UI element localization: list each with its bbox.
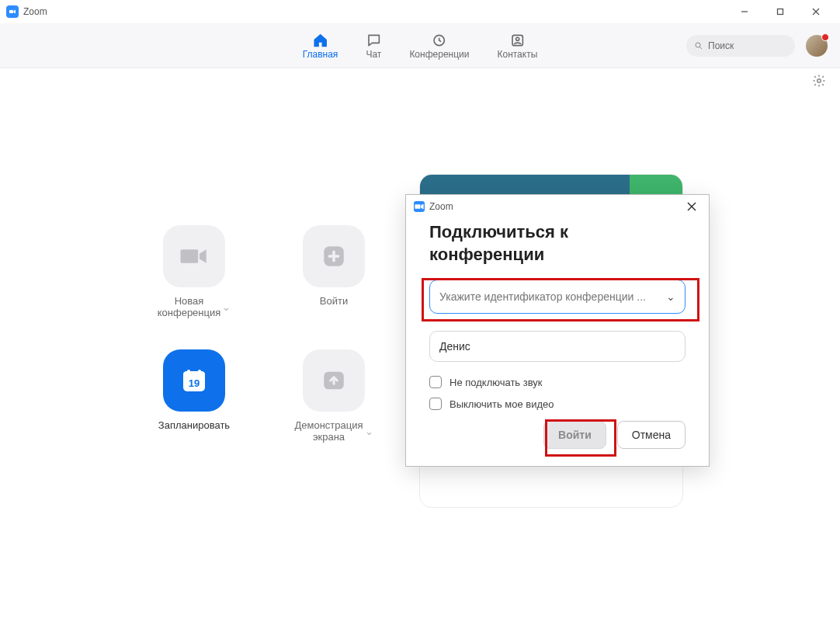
search-input[interactable]: Поиск — [686, 35, 795, 57]
tile-schedule[interactable]: 19 Запланировать — [148, 349, 241, 443]
avatar[interactable] — [806, 35, 828, 57]
dialog-heading: Подключиться к конференции — [429, 221, 686, 266]
dialog-close-button[interactable] — [682, 197, 701, 216]
tile-new-meeting[interactable]: Новая конференция ⌄ — [148, 225, 241, 318]
nav-label: Главная — [303, 49, 338, 60]
app-titlebar: Zoom — [0, 0, 840, 23]
chevron-down-icon[interactable]: ⌄ — [222, 301, 231, 313]
svg-rect-12 — [183, 371, 205, 377]
toolbar — [0, 68, 840, 96]
join-button[interactable]: Войти — [543, 421, 606, 449]
share-screen-icon — [303, 349, 365, 412]
nav-tab-contacts[interactable]: Контакты — [497, 32, 537, 60]
window-close-button[interactable] — [798, 0, 834, 23]
chevron-down-icon[interactable]: ⌄ — [365, 426, 373, 437]
svg-point-9 — [817, 79, 821, 83]
tile-label-line1: Новая — [158, 295, 221, 307]
search-icon — [694, 41, 703, 50]
cancel-button-label: Отмена — [632, 429, 671, 441]
mute-audio-label: Не подключать звук — [450, 377, 543, 388]
home-icon — [312, 32, 329, 49]
svg-line-8 — [700, 47, 703, 49]
join-button-label: Войти — [558, 429, 592, 441]
nav-tab-home[interactable]: Главная — [303, 32, 338, 60]
tile-label-line2: экрана — [294, 431, 363, 443]
window-minimize-button[interactable] — [727, 0, 762, 23]
chevron-down-icon[interactable]: ⌄ — [666, 290, 675, 303]
disable-video-label: Выключить мое видео — [450, 398, 554, 410]
window-title: Zoom — [23, 6, 47, 17]
svg-rect-1 — [778, 9, 783, 15]
tile-label: Запланировать — [158, 419, 230, 431]
video-camera-icon — [163, 225, 225, 287]
disable-video-checkbox[interactable] — [429, 398, 442, 410]
contacts-icon — [509, 32, 525, 49]
dialog-title: Zoom — [429, 201, 453, 212]
calendar-icon: 19 — [163, 349, 225, 412]
meeting-id-placeholder: Укажите идентификатор конференции ... — [439, 290, 646, 303]
display-name-input[interactable]: Денис — [429, 331, 686, 362]
tile-label-line1: Демонстрация — [294, 419, 363, 431]
svg-rect-16 — [198, 370, 201, 374]
tile-join[interactable]: Войти — [287, 225, 380, 318]
join-meeting-dialog: Zoom Подключиться к конференции Укажите … — [405, 194, 710, 467]
close-icon — [687, 202, 696, 211]
tile-label-line2: конференция — [158, 307, 221, 318]
nav-tab-chat[interactable]: Чат — [366, 32, 381, 60]
clock-icon — [432, 32, 447, 49]
nav-label: Конференции — [409, 49, 469, 60]
zoom-app-icon — [6, 5, 19, 18]
cancel-button[interactable]: Отмена — [617, 421, 686, 449]
tile-share-screen[interactable]: Демонстрация экрана ⌄ — [287, 349, 380, 443]
svg-text:19: 19 — [189, 377, 200, 389]
zoom-app-icon — [414, 201, 425, 212]
meeting-id-input[interactable]: Укажите идентификатор конференции ... ⌄ — [429, 280, 686, 314]
settings-button[interactable] — [812, 74, 826, 91]
display-name-value: Денис — [439, 340, 470, 353]
nav-tab-meetings[interactable]: Конференции — [409, 32, 469, 60]
window-maximize-button[interactable] — [762, 0, 798, 23]
plus-icon — [303, 225, 365, 287]
gear-icon — [812, 74, 826, 88]
app-header: Главная Чат Конференции Контакты Поиск — [0, 23, 840, 68]
search-placeholder: Поиск — [708, 40, 734, 51]
nav-label: Контакты — [497, 49, 537, 60]
svg-point-7 — [696, 43, 700, 47]
nav-label: Чат — [366, 49, 381, 60]
svg-point-6 — [515, 37, 519, 40]
chat-icon — [366, 32, 381, 49]
svg-rect-15 — [187, 370, 190, 374]
mute-audio-checkbox[interactable] — [429, 376, 442, 388]
tile-label: Войти — [320, 295, 348, 307]
